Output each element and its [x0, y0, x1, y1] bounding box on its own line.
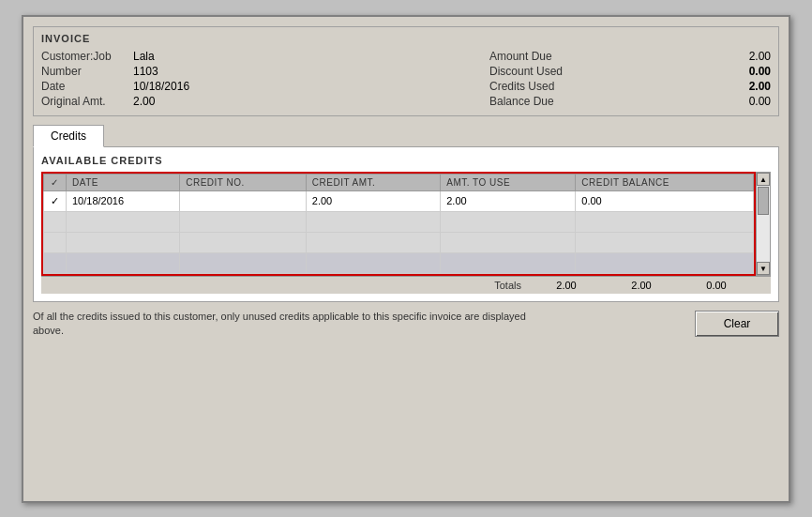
clear-button[interactable]: Clear — [695, 311, 779, 337]
scroll-thumb[interactable] — [758, 187, 769, 215]
original-amt-value: 2.00 — [133, 95, 155, 108]
totals-text: Totals — [304, 280, 521, 291]
empty-row-1 — [44, 211, 754, 232]
empty-row-3 — [44, 252, 754, 273]
totals-amt-to-use: 2.00 — [604, 280, 679, 291]
amount-due-label: Amount Due — [489, 50, 602, 63]
empty-row-2 — [44, 232, 754, 252]
table-scrollbar[interactable]: ▲ ▼ — [756, 172, 771, 276]
credits-panel: AVAILABLE CREDITS ✓ DATE CREDIT NO. CRED… — [33, 146, 779, 302]
customer-job-value: Lala — [133, 50, 155, 63]
invoice-body: Customer:Job Lala Number 1103 Date 10/18… — [41, 50, 771, 108]
scroll-up-button[interactable]: ▲ — [757, 173, 770, 186]
credits-used-label: Credits Used — [489, 80, 602, 93]
amount-due-value: 2.00 — [714, 50, 771, 63]
invoice-right: Amount Due 2.00 Discount Used 0.00 Credi… — [489, 50, 771, 108]
invoice-section: INVOICE Customer:Job Lala Number 1103 Da… — [33, 26, 779, 116]
table-header-row: ✓ DATE CREDIT NO. CREDIT AMT. AMT. TO US… — [44, 174, 754, 190]
footer-area: Of all the credits issued to this custom… — [33, 310, 779, 339]
row-date: 10/18/2016 — [67, 190, 180, 211]
balance-due-value: 0.00 — [714, 95, 771, 108]
footer-note: Of all the credits issued to this custom… — [33, 310, 558, 339]
credits-used-row: Credits Used 2.00 — [489, 80, 771, 93]
invoice-title: INVOICE — [41, 33, 771, 44]
tabs-area: Credits AVAILABLE CREDITS ✓ DATE CREDIT … — [33, 124, 779, 302]
credits-table-container: ✓ DATE CREDIT NO. CREDIT AMT. AMT. TO US… — [41, 172, 771, 276]
discount-used-row: Discount Used 0.00 — [489, 65, 771, 78]
balance-due-label: Balance Due — [489, 95, 602, 108]
invoice-dialog: INVOICE Customer:Job Lala Number 1103 Da… — [22, 15, 790, 503]
row-credit-balance: 0.00 — [576, 190, 754, 211]
number-row: Number 1103 — [41, 65, 189, 78]
header-credit-balance: CREDIT BALANCE — [576, 174, 754, 190]
date-value: 10/18/2016 — [133, 80, 189, 93]
amount-due-row: Amount Due 2.00 — [489, 50, 771, 63]
customer-job-label: Customer:Job — [41, 50, 126, 63]
header-credit-no: CREDIT NO. — [180, 174, 307, 190]
invoice-left: Customer:Job Lala Number 1103 Date 10/18… — [41, 50, 189, 108]
totals-credit-amt: 2.00 — [529, 280, 604, 291]
table-row[interactable]: ✓ 10/18/2016 2.00 2.00 0.00 — [44, 190, 754, 211]
number-value: 1103 — [133, 65, 158, 78]
discount-used-value: 0.00 — [714, 65, 771, 78]
credits-used-value: 2.00 — [714, 80, 771, 93]
header-date: DATE — [67, 174, 180, 190]
row-credit-amt: 2.00 — [306, 190, 440, 211]
row-amt-to-use: 2.00 — [441, 190, 576, 211]
totals-row: Totals 2.00 2.00 0.00 — [41, 276, 771, 294]
number-label: Number — [41, 65, 126, 78]
available-credits-label: AVAILABLE CREDITS — [41, 155, 771, 166]
table-wrapper: ✓ DATE CREDIT NO. CREDIT AMT. AMT. TO US… — [41, 172, 756, 276]
header-check: ✓ — [44, 174, 67, 190]
credits-table: ✓ DATE CREDIT NO. CREDIT AMT. AMT. TO US… — [43, 174, 754, 274]
scroll-track — [757, 186, 770, 262]
discount-used-label: Discount Used — [489, 65, 602, 78]
tab-credits[interactable]: Credits — [33, 125, 104, 147]
date-label: Date — [41, 80, 126, 93]
totals-credit-balance: 0.00 — [679, 280, 754, 291]
header-amt-to-use: AMT. TO USE — [441, 174, 576, 190]
tab-bar: Credits — [33, 124, 779, 146]
row-credit-no — [180, 190, 307, 211]
original-amt-row: Original Amt. 2.00 — [41, 95, 189, 108]
customer-job-row: Customer:Job Lala — [41, 50, 189, 63]
header-credit-amt: CREDIT AMT. — [306, 174, 440, 190]
scroll-down-button[interactable]: ▼ — [757, 262, 770, 275]
original-amt-label: Original Amt. — [41, 95, 126, 108]
date-row: Date 10/18/2016 — [41, 80, 189, 93]
balance-due-row: Balance Due 0.00 — [489, 95, 771, 108]
row-check[interactable]: ✓ — [44, 190, 67, 211]
